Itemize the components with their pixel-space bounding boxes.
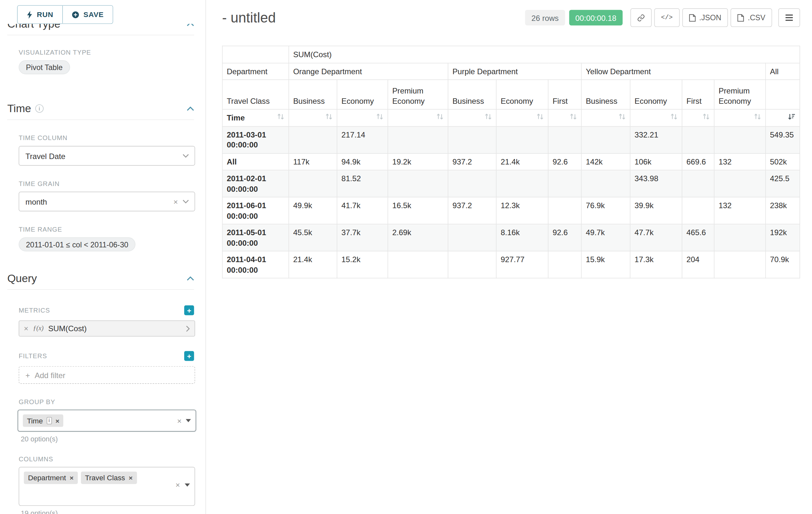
clear-icon[interactable]: × xyxy=(173,197,178,205)
travel-class-header: Premium Economy xyxy=(388,80,448,109)
columns-tags: Department×Travel Class× xyxy=(24,471,140,484)
controls-scroll-area: Chart Type VISUALIZATION TYPE Pivot Tabl… xyxy=(0,17,205,514)
remove-tag-icon[interactable]: × xyxy=(129,474,133,482)
travel-class-header xyxy=(765,80,800,109)
pivot-cell: 217.14 xyxy=(337,126,388,153)
pivot-cell: 937.2 xyxy=(448,197,496,224)
row-header: 2011-03-01 00:00:00 xyxy=(223,126,289,153)
viz-type-pill[interactable]: Pivot Table xyxy=(19,60,70,75)
export-csv-button[interactable]: .CSV xyxy=(731,8,772,27)
pivot-cell: 117k xyxy=(289,153,337,170)
group-by-label: GROUP BY xyxy=(19,398,205,406)
selected-option-tag[interactable]: Department× xyxy=(24,471,78,484)
department-group-header: Yellow Department xyxy=(581,63,765,80)
menu-button[interactable] xyxy=(778,8,800,27)
add-filter-button[interactable]: + Add filter xyxy=(19,366,195,384)
pivot-cell xyxy=(448,170,496,197)
sort-icon[interactable] xyxy=(325,113,333,121)
caret-down-icon[interactable] xyxy=(186,419,191,423)
travel-class-header: Premium Economy xyxy=(714,80,765,109)
add-filter-plus-button[interactable]: + xyxy=(184,351,194,361)
clear-icon[interactable]: × xyxy=(177,417,182,424)
pivot-cell: 39.9k xyxy=(630,197,682,224)
remove-tag-icon[interactable]: × xyxy=(56,417,59,424)
chevron-up-icon[interactable] xyxy=(187,106,194,111)
pivot-cell: 132 xyxy=(714,197,765,224)
view-query-button[interactable]: </> xyxy=(655,8,679,27)
metrics-label: METRICS xyxy=(19,307,50,314)
sort-icon[interactable] xyxy=(702,113,710,121)
pivot-cell: 192k xyxy=(765,224,800,251)
sort-descending-icon[interactable] xyxy=(788,113,795,121)
pivot-cell: 70.9k xyxy=(765,251,800,278)
selected-option-tag[interactable]: Travel Class× xyxy=(81,471,137,484)
column-info-icon[interactable]: i xyxy=(47,417,52,424)
time-grain-label: TIME GRAIN xyxy=(19,180,205,188)
pivot-cell xyxy=(714,251,765,278)
tag-label: Time xyxy=(27,417,43,425)
pivot-cell xyxy=(448,224,496,251)
pivot-cell xyxy=(496,170,548,197)
sort-icon[interactable] xyxy=(670,113,678,121)
pivot-cell xyxy=(682,126,714,153)
row-header: 2011-06-01 00:00:00 xyxy=(223,197,289,224)
metric-item[interactable]: × ƒ(x) SUM(Cost) xyxy=(19,320,195,336)
remove-metric-icon[interactable]: × xyxy=(24,324,28,332)
pivot-row: 2011-02-01 00:00:0081.52343.98425.5 xyxy=(223,170,800,197)
visualization-type-label: VISUALIZATION TYPE xyxy=(19,49,205,56)
pivot-cell xyxy=(388,126,448,153)
export-json-button[interactable]: .JSON xyxy=(682,8,728,27)
remove-tag-icon[interactable]: × xyxy=(70,474,74,482)
link-icon xyxy=(637,14,645,22)
row-header: 2011-05-01 00:00:00 xyxy=(223,224,289,251)
file-icon xyxy=(689,14,696,22)
column-axis-label: Department xyxy=(223,63,289,80)
travel-class-header: Business xyxy=(581,80,630,109)
pivot-cell xyxy=(388,251,448,278)
selected-option-tag[interactable]: Timei× xyxy=(23,414,63,427)
plus-circle-icon xyxy=(71,10,79,18)
caret-down-icon[interactable] xyxy=(185,483,190,486)
tag-label: Department xyxy=(28,474,66,482)
chevron-down-icon xyxy=(183,199,189,204)
time-section-header[interactable]: Time i xyxy=(7,101,194,120)
columns-select[interactable]: Department×Travel Class× × xyxy=(19,467,195,506)
pivot-cell: 669.6 xyxy=(682,153,714,170)
pivot-cell: 19.2k xyxy=(388,153,448,170)
sort-icon[interactable] xyxy=(436,113,444,121)
group-by-tags: Timei× xyxy=(23,414,66,427)
run-button[interactable]: RUN xyxy=(18,6,62,23)
chevron-down-icon xyxy=(183,154,189,158)
short-url-button[interactable] xyxy=(630,8,651,27)
pivot-cell xyxy=(448,126,496,153)
clear-icon[interactable]: × xyxy=(176,481,180,489)
add-metric-button[interactable]: + xyxy=(184,305,194,316)
sort-icon[interactable] xyxy=(754,113,761,121)
file-icon xyxy=(737,14,744,22)
sort-icon[interactable] xyxy=(277,113,284,121)
time-column-select[interactable]: Travel Date xyxy=(19,146,195,165)
metric-header: SUM(Cost) xyxy=(289,46,800,63)
pivot-cell: 94.9k xyxy=(337,153,388,170)
time-grain-select[interactable]: month × xyxy=(19,192,195,211)
pivot-cell: 41.7k xyxy=(337,197,388,224)
sort-icon[interactable] xyxy=(536,113,544,121)
sort-icon[interactable] xyxy=(485,113,492,121)
travel-class-header: Business xyxy=(448,80,496,109)
pivot-cell: 15.2k xyxy=(337,251,388,278)
sort-icon[interactable] xyxy=(376,113,383,121)
pivot-cell xyxy=(548,251,581,278)
pivot-cell: 12.3k xyxy=(496,197,548,224)
column-axis-label: Travel Class xyxy=(223,80,289,109)
pivot-cell xyxy=(388,170,448,197)
chevron-up-icon[interactable] xyxy=(187,276,194,281)
query-section-header[interactable]: Query xyxy=(7,271,194,290)
chart-area: - untitled 26 rows 00:00:00.18 </> .JSON xyxy=(206,0,812,514)
group-by-select[interactable]: Timei× × xyxy=(18,410,196,432)
sort-icon[interactable] xyxy=(618,113,626,121)
chart-title[interactable]: - untitled xyxy=(222,7,276,28)
time-range-pill[interactable]: 2011-01-01 ≤ col < 2011-06-30 xyxy=(19,237,136,251)
sort-icon[interactable] xyxy=(570,113,577,121)
save-button[interactable]: SAVE xyxy=(62,6,113,23)
pivot-cell: 8.16k xyxy=(496,224,548,251)
